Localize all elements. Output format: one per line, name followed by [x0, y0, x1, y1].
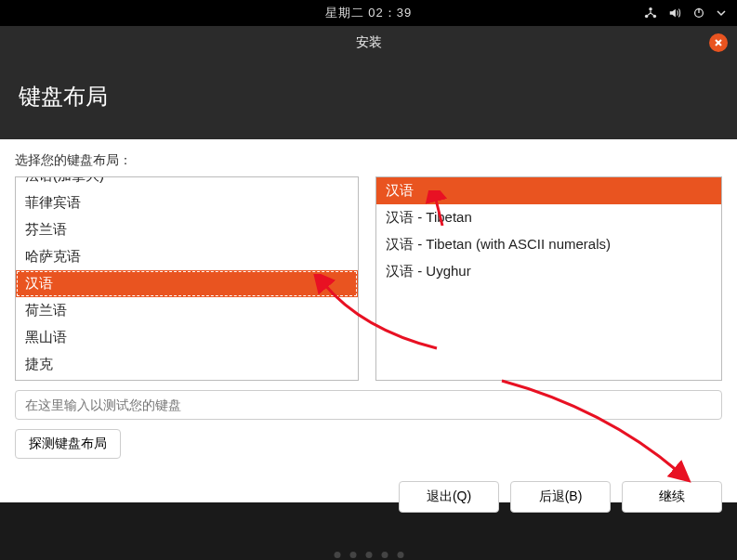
layout-language-list[interactable]: 法语(加拿大)菲律宾语芬兰语哈萨克语汉语荷兰语黑山语捷克 — [15, 176, 359, 381]
dot — [397, 552, 403, 558]
close-icon — [714, 38, 723, 47]
window-title: 安装 — [356, 34, 382, 51]
list-item[interactable]: 哈萨克语 — [16, 243, 358, 270]
layout-variant-list[interactable]: 汉语汉语 - Tibetan汉语 - Tibetan (with ASCII n… — [375, 176, 722, 381]
list-item[interactable]: 捷克 — [16, 351, 358, 378]
detect-layout-button[interactable]: 探测键盘布局 — [15, 429, 121, 459]
chevron-down-icon — [717, 8, 726, 18]
clock: 星期二 02：39 — [325, 5, 413, 21]
network-icon — [644, 7, 657, 20]
dot — [349, 552, 356, 558]
footer-buttons: 退出(Q) 后退(B) 继续 — [15, 481, 722, 513]
list-item[interactable]: 汉语 — [16, 270, 358, 297]
quit-button[interactable]: 退出(Q) — [399, 481, 499, 513]
page-title: 键盘布局 — [19, 84, 108, 109]
power-icon — [692, 7, 705, 20]
list-item[interactable]: 汉语 - Uyghur — [376, 258, 721, 285]
page-indicator — [334, 552, 403, 558]
list-item[interactable]: 汉语 — [376, 177, 721, 204]
volume-icon — [668, 7, 681, 20]
dot — [381, 552, 388, 558]
window-titlebar: 安装 — [0, 26, 737, 59]
content-area: 选择您的键盘布局： 法语(加拿大)菲律宾语芬兰语哈萨克语汉语荷兰语黑山语捷克 汉… — [0, 139, 737, 502]
back-button[interactable]: 后退(B) — [510, 481, 611, 513]
keyboard-test-input[interactable] — [15, 390, 722, 420]
list-item[interactable]: 汉语 - Tibetan — [376, 204, 721, 231]
continue-button[interactable]: 继续 — [622, 481, 722, 513]
prompt-label: 选择您的键盘布局： — [15, 152, 722, 169]
system-topbar: 星期二 02：39 — [0, 0, 737, 26]
close-button[interactable] — [709, 33, 728, 52]
list-item[interactable]: 汉语 - Tibetan (with ASCII numerals) — [376, 231, 721, 258]
dot — [365, 552, 372, 558]
list-item[interactable]: 法语(加拿大) — [16, 176, 358, 189]
system-tray[interactable] — [644, 7, 726, 20]
keyboard-lists: 法语(加拿大)菲律宾语芬兰语哈萨克语汉语荷兰语黑山语捷克 汉语汉语 - Tibe… — [15, 176, 722, 381]
svg-point-0 — [649, 7, 652, 11]
list-item[interactable]: 芬兰语 — [16, 216, 358, 243]
page-header: 键盘布局 — [0, 59, 737, 139]
list-item[interactable]: 菲律宾语 — [16, 189, 358, 216]
dot — [334, 552, 340, 558]
list-item[interactable]: 黑山语 — [16, 324, 358, 351]
list-item[interactable]: 荷兰语 — [16, 297, 358, 324]
